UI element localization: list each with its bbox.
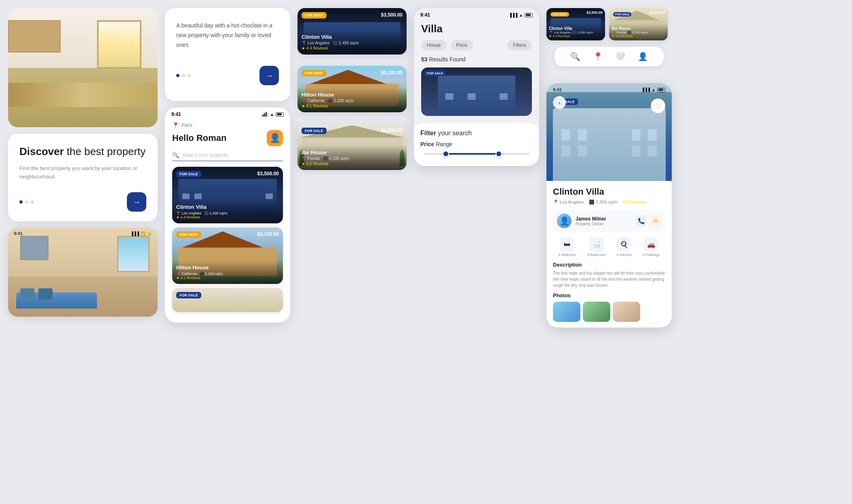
next-button[interactable]: → [127, 192, 146, 212]
amenity-bedroom: 🛏 4 Bedroom [558, 237, 576, 257]
amenity-bathroom: 🛁 4 Bathroom [587, 237, 606, 257]
call-button[interactable]: 📞 [635, 215, 647, 227]
search-phone-content: 📍 Paris Hello Roman 👤 🔍 Search your prop… [165, 122, 290, 323]
list-card-hilton[interactable]: FOR RENT Hilton House 📍 California ⬛ 2,1… [297, 66, 407, 112]
bathroom-icon: 🛁 [589, 237, 604, 252]
nav-bar-wrapper: 🔍 📍 🤍 👤 [546, 47, 672, 72]
next-button-2[interactable]: → [259, 66, 279, 85]
range-thumb-right[interactable] [496, 151, 502, 157]
window-3 [266, 193, 273, 199]
ibe-tag-sale: FOR SALE [302, 128, 327, 134]
owner-row: 👤 James Milner Property Owner 📞 ✉ [553, 210, 665, 232]
property-card-clinton[interactable]: FOR SALE Clinton Villa 📍 Los Angeles ⬛ 2… [172, 167, 283, 223]
tab-house[interactable]: House [421, 40, 447, 50]
owner-actions: 📞 ✉ [635, 215, 661, 227]
dot-a1 [176, 74, 179, 77]
ibe-tag: FOR SALE [176, 292, 201, 298]
column-4: 9:41 ▐▐▐ ▲ Villa House Price Filters 53 … [414, 8, 539, 166]
amenity-parking: 🚗 4 Parkings [643, 237, 660, 257]
search-phone: 9:41 ▲ 📍 Paris Hello Roman 👤 [165, 107, 290, 323]
detail-back-btn[interactable]: ‹ [553, 96, 566, 109]
onboarding-card: A beautiful day with a hot choclate in a… [165, 8, 290, 101]
pillow-1 [20, 288, 34, 300]
filter-tabs: House Price Filters [421, 40, 532, 50]
villa-time: 9:41 [420, 12, 430, 18]
photo-2[interactable] [583, 302, 610, 322]
property-details-hilton: 📍 California ⬛ 2,100 sq/m [176, 272, 279, 276]
detail-main-bldg [553, 108, 666, 181]
hilton-price: $3,100.00 [257, 231, 279, 237]
property-tag-sale: FOR SALE [176, 171, 201, 177]
dot-3 [31, 200, 34, 204]
detail-rating: 4.4 Reviews [622, 200, 647, 205]
small-card-clinton[interactable]: FOR RENT Clinton Villa 📍 Los Angeles ⬛ 2… [546, 8, 605, 40]
ibe-info: Ibe House 📍 Florida ⬛ 4,100 sq/m ★ 4.5 R… [297, 145, 407, 170]
dot-2 [25, 200, 28, 204]
ibe-price: $4,500.00 [381, 128, 403, 133]
sp-ibe-price: $4,500.00 [649, 10, 665, 15]
building-ibe [172, 288, 283, 312]
property-price: $3,500.00 [257, 171, 279, 176]
range-thumb-left[interactable] [443, 151, 449, 157]
detail-favorite-btn[interactable]: ♡ [651, 99, 665, 113]
back-icon[interactable]: ‹ [553, 96, 566, 109]
small-img-ibe: FOR SALE Ibe House 📍 Florida ⬛ 4,100 sq/… [609, 8, 668, 40]
kitchen-hero-image [8, 8, 158, 127]
column-3: FOR RENT Clinton Villa 📍 Los Angeles ⬛ 2… [297, 8, 407, 175]
wifi-icon: ▲ [270, 112, 274, 117]
nav-profile-icon[interactable]: 👤 [638, 52, 648, 61]
price-range-slider[interactable] [424, 153, 529, 155]
owner-info: James Milner Property Owner [576, 216, 606, 226]
photo-1[interactable] [553, 302, 580, 322]
filter-sheet: Filter your search Price Range [414, 123, 539, 166]
detail-window-2 [578, 129, 587, 141]
property-location: 📍 Los Angeles [176, 211, 202, 215]
message-button[interactable]: ✉ [650, 215, 661, 227]
detail-location: 📍 Los Angeles [553, 200, 584, 205]
nav-favorites-icon[interactable]: 🤍 [615, 52, 625, 61]
location-row: 📍 Paris [172, 122, 283, 128]
room-phone-preview: 9:41 ▐▐▐ 📶 🔋 [8, 228, 158, 317]
bathroom-label: 4 Bathroom [587, 253, 606, 257]
kitchen-icon: 🍳 [617, 237, 631, 252]
window-1 [182, 193, 190, 199]
hilton-rating: ★ 4.1 Reviews [176, 276, 279, 280]
hilton-rating: ★ 4.1 Reviews [302, 104, 403, 108]
detail-window-3 [632, 129, 641, 141]
property-name-hilton: Hilton House [176, 265, 279, 271]
property-rating: ★ 4.4 Reviews [176, 215, 279, 219]
user-avatar[interactable]: 👤 [267, 130, 283, 146]
nav-location-icon[interactable]: 📍 [593, 52, 603, 61]
result-card-partial[interactable]: FOR SALE [421, 67, 532, 116]
dot-a3 [188, 74, 191, 77]
tab-price[interactable]: Price [451, 40, 473, 50]
detail-signal: ▐▐▐ [641, 88, 650, 92]
property-overlay-hilton: Hilton House 📍 California ⬛ 2,100 sq/m ★… [172, 260, 283, 284]
battery-icon-2 [525, 13, 533, 17]
owner-name: James Milner [576, 216, 606, 222]
property-card-ibe-partial[interactable]: FOR SALE [172, 288, 283, 312]
small-card-ibe[interactable]: FOR SALE Ibe House 📍 Florida ⬛ 4,100 sq/… [609, 8, 668, 40]
hilton-location: 📍 California [176, 272, 197, 276]
detail-battery [657, 88, 665, 92]
detail-content: Clinton Villa 📍 Los Angeles ⬛ 2,456 sq/m… [546, 181, 672, 328]
small-clinton-info: Clinton Villa 📍 Los Angeles ⬛ 2,456 sq/m… [546, 24, 605, 40]
sp-clinton-name: Clinton Villa [549, 26, 603, 31]
search-bar[interactable]: 🔍 Search your property [172, 152, 283, 161]
property-card-hilton[interactable]: FOR RENT Hilton House 📍 California ⬛ 2,1… [172, 227, 283, 284]
nav-search-icon[interactable]: 🔍 [570, 52, 580, 61]
status-time: 9:41 [14, 231, 23, 236]
status-icons-2: ▲ [262, 112, 284, 117]
clinton-info: Clinton Villa 📍 Los Angeles ⬛ 2,456 sq/m… [297, 30, 407, 55]
results-label: Results Found [429, 56, 465, 63]
detail-status-icons: ▐▐▐ ▲ [641, 88, 665, 92]
photo-3[interactable] [613, 302, 640, 322]
signal-bars: ▐▐▐ [509, 13, 517, 17]
hilton-name: Hilton House [302, 92, 403, 98]
sp-clinton-details: 📍 Los Angeles ⬛ 2,456 sq/m [549, 31, 603, 34]
property-area: ⬛ 2,456 sq/m [204, 211, 228, 215]
tab-filters[interactable]: Filters [507, 40, 532, 50]
list-card-ibe[interactable]: FOR SALE Ibe House 📍 Florida ⬛ 4,100 sq/… [297, 124, 407, 170]
list-card-clinton[interactable]: FOR RENT Clinton Villa 📍 Los Angeles ⬛ 2… [297, 8, 407, 55]
ibe-name: Ibe House [302, 149, 403, 155]
